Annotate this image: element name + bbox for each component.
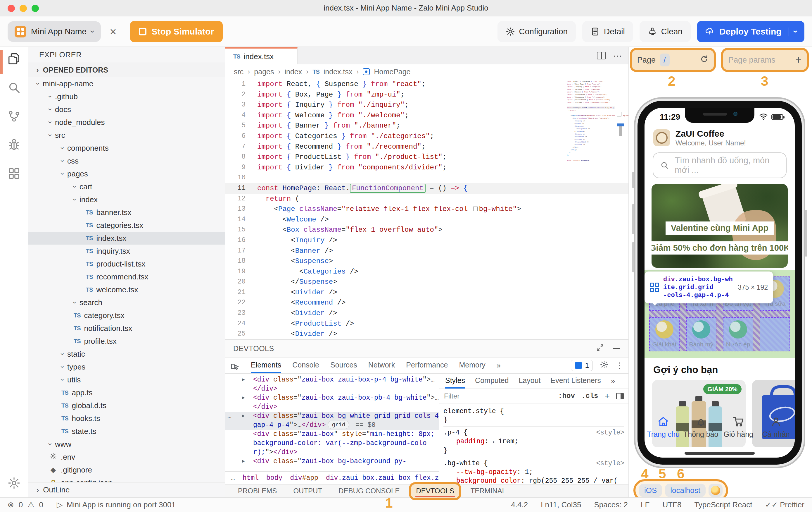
tree-folder[interactable]: ›cart [28,180,225,193]
devtools-tab-elements[interactable]: Elements [251,357,281,373]
tree-folder[interactable]: ›.github [28,90,225,103]
sidebar-toggle-icon[interactable] [616,393,624,399]
code-line[interactable]: 22 <Recommend /> [225,298,629,308]
tree-file[interactable]: .env [28,451,225,463]
tree-folder[interactable]: ›node_modules [28,116,225,129]
settings-gear-icon[interactable] [7,476,21,490]
code-line[interactable]: 23 <Divider /> [225,308,629,319]
tree-folder[interactable]: ›mini-app-name [28,77,225,90]
detail-button[interactable]: Detail [582,21,633,42]
tree-folder[interactable]: ›static [28,348,225,360]
devtools-tab-console[interactable]: Console [292,357,319,373]
code-line[interactable]: 5import { Banner } from "./banner"; [225,120,629,131]
breadcrumb-file[interactable]: index.tsx [324,68,352,76]
simulator-screen[interactable]: 11:29 ZaUI Coffee Welcome, User Name [644,108,795,458]
minimize-panel-icon[interactable] [613,348,620,349]
tree-folder[interactable]: ›types [28,360,225,373]
dom-node[interactable]: ▶<div class="zaui-box zaui-box-pb-4 bg-w… [225,394,439,412]
tree-folder[interactable]: ›pages [28,167,225,180]
close-app-button[interactable]: × [110,26,116,37]
search-input[interactable]: Tìm nhanh đồ uống, món mới ... [653,153,787,178]
css-rule[interactable]: element.style {} [443,405,625,427]
expand-panel-icon[interactable] [596,344,604,353]
devtools-tab-memory[interactable]: Memory [459,357,485,373]
tree-file[interactable]: TSrecommend.tsx [28,270,225,283]
promo-banner[interactable]: Valentine cùng Mini App Giảm 50% cho đơn… [651,184,788,268]
code-line[interactable]: 4import { Welcome } from "./welcome"; [225,110,629,121]
code-line[interactable]: 10 [225,172,629,183]
code-editor[interactable]: 1import React, { Suspense } from "react"… [225,79,629,340]
issues-counter[interactable]: 1 [571,360,593,371]
category-item[interactable]: Giải khát [649,317,679,351]
close-window-button[interactable] [8,5,15,12]
code-line[interactable]: 25 <Divider /> [225,329,629,340]
breadcrumb-symbol[interactable]: HomePage [374,68,410,76]
dom-breadcrumb-item[interactable]: … [231,474,235,482]
deploy-dropdown[interactable]: › [789,27,797,36]
styles-tab-event-listeners[interactable]: Event Listeners [551,374,601,388]
page-route-field[interactable]: Page / [630,48,716,72]
node-more-icon[interactable]: … [227,412,232,421]
code-line[interactable]: 8import { ProductList } from "./product-… [225,152,629,162]
indentation[interactable]: Spaces: 2 [594,500,628,509]
code-line[interactable]: 18 <Suspense> [225,256,629,267]
stop-simulator-button[interactable]: Stop Simulator [130,21,223,42]
extensions-icon[interactable] [7,167,21,180]
css-rules[interactable]: element.style {}<style>.p-4 {padding: ▸ … [439,403,629,484]
code-line[interactable]: 19 <Categories /> [225,267,629,277]
dom-breadcrumb-item[interactable]: body [266,474,282,482]
panel-tab-debug-console[interactable]: DEBUG CONSOLE [338,486,400,496]
code-line[interactable]: 9import { Divider } from "components/div… [225,162,629,173]
css-rule[interactable]: <style>.p-4 {padding: ▸ 1rem;} [443,427,625,457]
panel-tab-output[interactable]: OUTPUT [293,486,323,496]
tree-folder[interactable]: ›css [28,155,225,167]
panel-tab-devtools[interactable]: DEVTOOLS [415,486,455,496]
host-chip[interactable]: localhost [665,484,705,497]
tree-file[interactable]: {}app-config.json [28,476,225,482]
cls-toggle[interactable]: .cls [581,392,598,400]
tab-cart[interactable]: Giỏ hàng [720,408,757,446]
tree-folder[interactable]: ›components [28,142,225,155]
tree-folder[interactable]: ›utils [28,373,225,386]
dom-node[interactable]: ▶<div class="zaui-box zaui-box-p-4 bg-wh… [225,375,439,394]
formatter-status[interactable]: ✓✓ Prettier [765,500,804,509]
tree-file[interactable]: TScategory.tsx [28,309,225,322]
warnings-icon[interactable]: ⚠ [27,500,34,509]
errors-icon[interactable]: ⊗ [8,500,14,509]
styles-filter-input[interactable]: Filter [444,392,552,400]
split-editor-icon[interactable] [597,52,606,59]
tree-file[interactable]: TSindex.tsx [28,232,225,245]
tree-folder[interactable]: ›src [28,129,225,142]
code-line[interactable]: 14 <Welcome /> [225,214,629,225]
code-line[interactable]: 16 <Inquiry /> [225,235,629,246]
dom-tree[interactable]: ▶<div class="zaui-box zaui-box-p-4 bg-wh… [225,374,439,471]
grid-badge[interactable]: grid [328,421,349,429]
tree-file[interactable]: TSstate.ts [28,425,225,438]
dom-node[interactable]: …▶<div class="zaui-box bg-white grid gri… [225,412,439,430]
opened-editors-section[interactable]: › OPENED EDITORS [28,63,225,77]
devtools-settings-icon[interactable] [600,360,609,371]
code-line[interactable]: 11const HomePage: React.FunctionComponen… [225,183,629,194]
tree-file[interactable]: TSprofile.tsx [28,335,225,348]
code-line[interactable]: 12 return ( [225,194,629,204]
eol-type[interactable]: LF [641,500,649,509]
search-view-icon[interactable] [7,81,21,94]
source-control-icon[interactable] [7,109,21,123]
style-source[interactable]: <style> [596,428,625,437]
devtools-tab-network[interactable]: Network [368,357,395,373]
tree-folder[interactable]: ›search [28,296,225,309]
tab-home[interactable]: Trang chủ [644,408,682,446]
hov-toggle[interactable]: :hov [558,392,575,400]
devtools-menu-icon[interactable]: ⋮ [616,361,624,370]
minimize-window-button[interactable] [20,5,27,12]
css-rule[interactable]: <style>.bg-white {--tw-bg-opacity: 1;bac… [443,457,625,484]
styles-tab-styles[interactable]: Styles [445,374,465,388]
code-line[interactable]: 20 </Suspense> [225,277,629,287]
tree-folder[interactable]: ›index [28,193,225,206]
tree-file[interactable]: TSinquiry.tsx [28,245,225,258]
explorer-view-icon[interactable] [7,52,21,65]
tab-index-tsx[interactable]: TS index.tsx [225,47,297,64]
zoom-window-button[interactable] [32,5,39,12]
code-line[interactable]: 15 <Box className="flex-1 overflow-auto"… [225,225,629,235]
configuration-button[interactable]: Configuration [497,21,576,42]
